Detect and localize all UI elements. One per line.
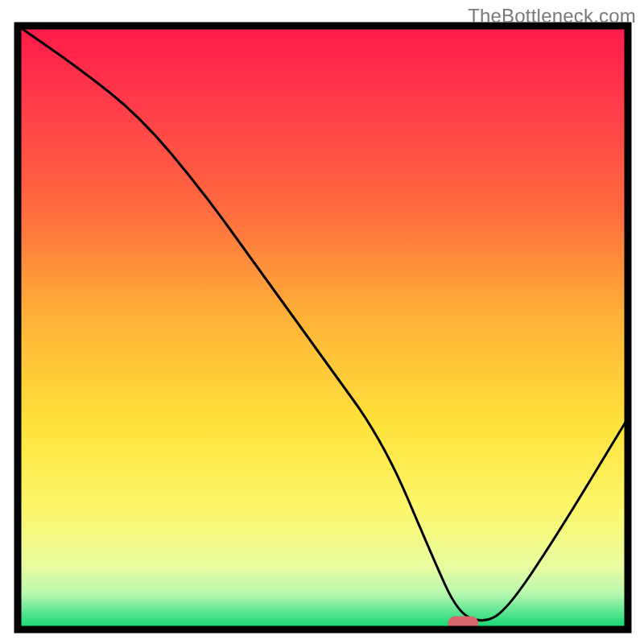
chart-container: TheBottleneck.com	[0, 0, 644, 644]
plot-background	[21, 29, 625, 626]
watermark-text: TheBottleneck.com	[468, 5, 636, 27]
bottleneck-chart	[0, 0, 644, 644]
